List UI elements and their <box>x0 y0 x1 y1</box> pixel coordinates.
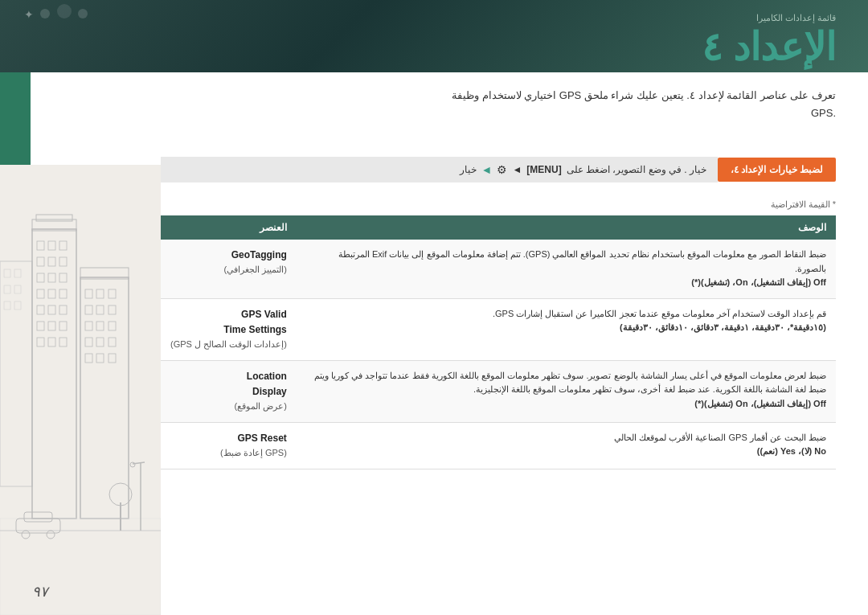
top-bar-subtitle: قائمة إعدادات الكاميرا <box>756 10 836 23</box>
chapter-title: الإعداد ٤ <box>702 24 836 69</box>
circle-decor-1 <box>40 9 50 18</box>
instruction-option: خيار <box>460 164 477 175</box>
header-description: الوصف <box>297 215 836 240</box>
table-cell-name: GPS Reset(GPS إعادة ضبط) <box>161 422 297 469</box>
decorative-circles: ✦ <box>24 4 91 22</box>
table-cell-description: ضبط لعرض معلومات الموقع في أعلى يسار الش… <box>297 360 836 422</box>
table-header-row: الوصف العنصر <box>161 215 836 240</box>
gear-icon: ⚙ <box>497 163 507 176</box>
table-cell-name: LocationDisplay(عرض الموقع) <box>161 360 297 422</box>
city-svg <box>0 165 161 615</box>
intro-text: تعرف على عناصر القائمة لإعداد ٤. يتعين ع… <box>161 87 836 122</box>
instruction-arrow2: ◄ <box>481 163 493 176</box>
table-cell-description: قم بإعداد الوقت لاستخدام آخر معلومات موق… <box>297 298 836 360</box>
intro-line1: تعرف على عناصر القائمة لإعداد ٤. يتعين ع… <box>452 89 836 101</box>
city-illustration <box>0 165 161 615</box>
header-element: العنصر <box>161 215 297 240</box>
table-row: ضبط لعرض معلومات الموقع في أعلى يسار الش… <box>161 360 836 422</box>
instruction-text: خيار . في وضع التصوير، اضغط على [MENU] ◄… <box>161 157 718 182</box>
instruction-arrow: ◄ <box>512 164 522 175</box>
table-row: ضبط البحث عن أقمار GPS الصناعية الأقرب ل… <box>161 422 836 469</box>
table-cell-name: GPS ValidTime Settings(إعدادات الوقت الص… <box>161 298 297 360</box>
page-number: ٩٧ <box>32 583 48 601</box>
settings-table: الوصف العنصر ضبط النقاط الصور مع معلومات… <box>161 215 836 469</box>
table-cell-name: GeoTagging(التمييز الجغرافي) <box>161 240 297 298</box>
table-row: ضبط النقاط الصور مع معلومات الموقع باستخ… <box>161 240 836 298</box>
top-bar-text-group: قائمة إعدادات الكاميرا <box>756 10 836 23</box>
intro-line2: .GPS <box>811 107 836 119</box>
star-decor: ✦ <box>24 8 34 18</box>
circle-decor-2 <box>57 4 72 18</box>
menu-label: [MENU] <box>526 164 561 175</box>
setup-button[interactable]: لضبط خيارات الإعداد ٤، <box>718 158 836 182</box>
default-note: * القيمة الافتراضية <box>771 199 836 210</box>
table-cell-description: ضبط النقاط الصور مع معلومات الموقع باستخ… <box>297 240 836 298</box>
instruction-trailing: خيار . في وضع التصوير، اضغط على <box>567 164 706 175</box>
table-row: قم بإعداد الوقت لاستخدام آخر معلومات موق… <box>161 298 836 360</box>
table-cell-description: ضبط البحث عن أقمار GPS الصناعية الأقرب ل… <box>297 422 836 469</box>
chapter-title-area: الإعداد ٤ <box>702 24 836 69</box>
instruction-box: لضبط خيارات الإعداد ٤، خيار . في وضع الت… <box>161 157 836 182</box>
circle-decor-3 <box>78 9 88 18</box>
